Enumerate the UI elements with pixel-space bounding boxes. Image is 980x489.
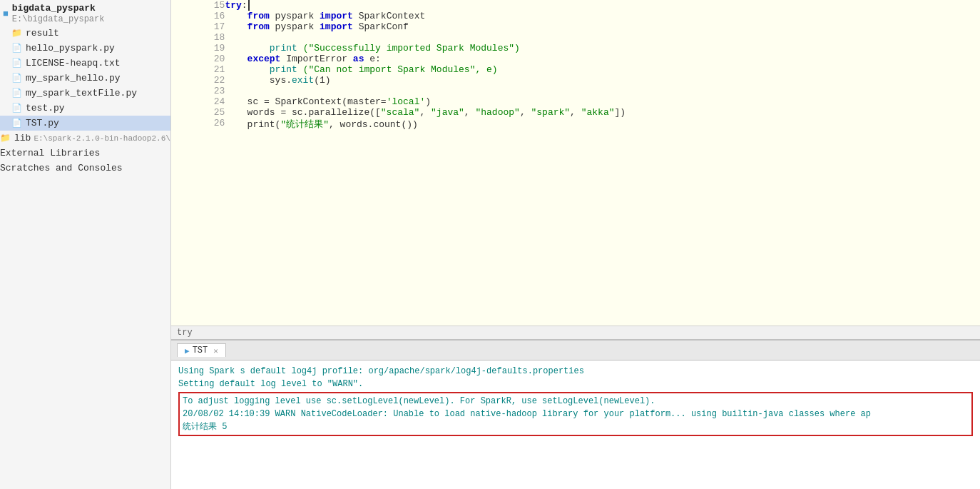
external-libs-label: External Libraries xyxy=(0,148,100,158)
editor-content[interactable]: 15try:16 from pyspark import SparkContex… xyxy=(171,0,980,326)
console-tab-tst[interactable]: ▶ TST ✕ xyxy=(177,343,226,357)
line-number-24: 24 xyxy=(171,96,225,107)
line-number-21: 21 xyxy=(171,64,225,75)
editor-breadcrumb: try xyxy=(177,328,193,338)
console-line-1: Using Spark s default log4j profile: org… xyxy=(178,365,973,378)
console-line-5: 统计结果 5 xyxy=(183,420,969,433)
py-file-icon: 📄 xyxy=(11,73,22,84)
sidebar-item-scratches[interactable]: Scratches and Consoles xyxy=(0,161,170,176)
bottom-panel: ▶ TST ✕ Using Spark s default log4j prof… xyxy=(171,339,980,489)
sidebar-item-my-spark-textfile[interactable]: 📄 my_spark_textFile.py xyxy=(0,86,170,101)
project-root-label: bigdata_pyspark E:\bigdata_pyspark xyxy=(12,3,168,24)
bottom-tabs-bar: ▶ TST ✕ xyxy=(171,341,980,361)
line-code-16: from pyspark import SparkContext xyxy=(225,11,980,21)
line-code-21: print ("Can not import Spark Modules", e… xyxy=(225,64,980,75)
code-line-21: 21 print ("Can not import Spark Modules"… xyxy=(171,64,980,75)
line-code-20: except ImportError as e: xyxy=(225,54,980,64)
sidebar-item-label: hello_pyspark.py xyxy=(26,43,115,54)
code-line-17: 17 from pyspark import SparkConf xyxy=(171,21,980,32)
sidebar-item-label: my_spark_textFile.py xyxy=(26,88,137,99)
project-icon: ■ xyxy=(3,9,9,19)
line-number-16: 16 xyxy=(171,11,225,21)
sidebar-item-label: test.py xyxy=(26,103,65,114)
console-output: Using Spark s default log4j profile: org… xyxy=(171,361,980,489)
folder-icon: 📁 xyxy=(11,28,22,39)
line-number-22: 22 xyxy=(171,75,225,86)
line-code-17: from pyspark import SparkConf xyxy=(225,21,980,32)
sidebar-item-label: LICENSE-heapq.txt xyxy=(26,58,121,69)
sidebar-item-license[interactable]: 📄 LICENSE-heapq.txt xyxy=(0,56,170,71)
sidebar-item-result[interactable]: 📁 result xyxy=(0,26,170,41)
scratches-label: Scratches and Consoles xyxy=(0,163,123,173)
sidebar-item-label: my_spark_hello.py xyxy=(26,73,121,84)
code-line-24: 24 sc = SparkContext(master='local') xyxy=(171,96,980,107)
line-code-15: try: xyxy=(225,0,980,11)
line-number-20: 20 xyxy=(171,54,225,64)
sidebar-item-external-libs[interactable]: External Libraries xyxy=(0,146,170,161)
console-tab-label: TST xyxy=(193,346,208,356)
txt-file-icon: 📄 xyxy=(11,58,22,69)
line-number-19: 19 xyxy=(171,43,225,54)
line-number-17: 17 xyxy=(171,21,225,32)
folder-icon: 📁 xyxy=(0,133,11,143)
console-line-3: To adjust logging level use sc.setLogLev… xyxy=(183,395,969,408)
line-number-23: 23 xyxy=(171,86,225,96)
line-number-25: 25 xyxy=(171,107,225,118)
line-number-18: 18 xyxy=(171,32,225,43)
py-file-icon: 📄 xyxy=(11,103,22,114)
line-code-23 xyxy=(225,86,980,96)
code-table: 15try:16 from pyspark import SparkContex… xyxy=(171,0,980,131)
main-layout: ■ bigdata_pyspark E:\bigdata_pyspark 📁 r… xyxy=(0,0,980,489)
line-number-15: 15 xyxy=(171,0,225,11)
line-code-22: sys.exit(1) xyxy=(225,75,980,86)
console-line-4: 20/08/02 14:10:39 WARN NativeCodeLoader:… xyxy=(183,408,969,420)
code-line-22: 22 sys.exit(1) xyxy=(171,75,980,86)
code-line-18: 18 xyxy=(171,32,980,43)
editor-area: 15try:16 from pyspark import SparkContex… xyxy=(171,0,980,339)
console-tab-close[interactable]: ✕ xyxy=(213,346,218,356)
py-file-icon: 📄 xyxy=(11,88,22,99)
code-line-23: 23 xyxy=(171,86,980,96)
sidebar-item-my-spark-hello[interactable]: 📄 my_spark_hello.py xyxy=(0,71,170,86)
console-line-2: Setting default log level to "WARN". xyxy=(178,378,973,390)
line-code-18 xyxy=(225,32,980,43)
py-file-icon: 📄 xyxy=(11,43,22,54)
editor-and-console: 15try:16 from pyspark import SparkContex… xyxy=(171,0,980,489)
console-tab-icon: ▶ xyxy=(185,346,190,356)
sidebar-item-label: result xyxy=(26,28,59,39)
console-warn-box: To adjust logging level use sc.setLogLev… xyxy=(178,392,973,436)
line-code-26: print("统计结果", words.count()) xyxy=(225,118,980,131)
sidebar-lib-path: E:\spark-2.1.0-bin-hadoop2.6\python\lib xyxy=(34,134,171,143)
sidebar-lib-label: lib xyxy=(14,133,31,143)
line-code-25: words = sc.parallelize(["scala", "java",… xyxy=(225,107,980,118)
tst-file-icon: 📄 xyxy=(11,118,22,128)
code-line-16: 16 from pyspark import SparkContext xyxy=(171,11,980,21)
line-number-26: 26 xyxy=(171,118,225,131)
sidebar-item-label: TST.py xyxy=(26,118,59,128)
editor-status-bar: try xyxy=(171,326,980,339)
sidebar-item-test[interactable]: 📄 test.py xyxy=(0,101,170,116)
code-line-26: 26 print("统计结果", words.count()) xyxy=(171,118,980,131)
code-line-20: 20 except ImportError as e: xyxy=(171,54,980,64)
sidebar-item-lib[interactable]: 📁 lib E:\spark-2.1.0-bin-hadoop2.6\pytho… xyxy=(0,131,170,146)
project-root[interactable]: ■ bigdata_pyspark E:\bigdata_pyspark xyxy=(0,0,170,26)
sidebar-item-tst[interactable]: 📄 TST.py xyxy=(0,116,170,131)
sidebar-item-hello-pyspark[interactable]: 📄 hello_pyspark.py xyxy=(0,41,170,56)
sidebar-section: 📁 result 📄 hello_pyspark.py 📄 LICENSE-he… xyxy=(0,26,170,131)
code-line-19: 19 print ("Successfully imported Spark M… xyxy=(171,43,980,54)
line-code-19: print ("Successfully imported Spark Modu… xyxy=(225,43,980,54)
code-line-25: 25 words = sc.parallelize(["scala", "jav… xyxy=(171,107,980,118)
line-code-24: sc = SparkContext(master='local') xyxy=(225,96,980,107)
sidebar: ■ bigdata_pyspark E:\bigdata_pyspark 📁 r… xyxy=(0,0,171,489)
code-line-15: 15try: xyxy=(171,0,980,11)
